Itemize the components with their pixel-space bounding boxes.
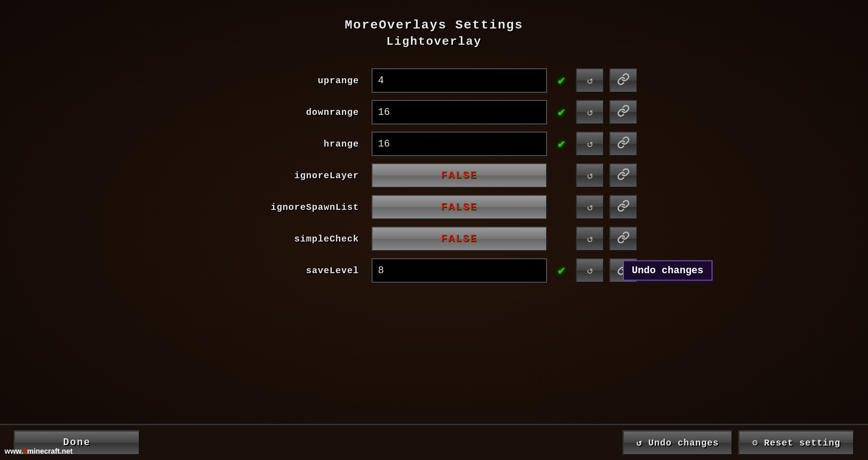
input-uprange[interactable] [372,68,547,93]
settings-table: uprange✔ downrange✔ hrange✔ ignoreLayerF… [231,66,637,285]
undo-icon-ignoreSpawnList [587,201,593,213]
link-btn-ignoreLayer[interactable] [609,163,637,188]
undo-icon-ignoreLayer [587,170,593,182]
setting-row-uprange: uprange✔ [231,66,637,95]
link-icon-downrange [617,104,630,120]
label-simpleCheck: simpleCheck [231,234,366,244]
link-icon-ignoreLayer [617,168,630,183]
title-block: MoreOverlays Settings Lightoverlay [345,18,524,48]
label-hrange: hrange [231,139,366,149]
label-ignoreLayer: ignoreLayer [231,171,366,181]
toggle-ignoreLayer[interactable]: FALSE [372,163,547,188]
undo-btn-simpleCheck[interactable] [576,227,604,251]
label-uprange: uprange [231,76,366,86]
undo-wrapper-ignoreSpawnList [576,195,604,219]
input-downrange[interactable] [372,100,547,124]
label-saveLevel: saveLevel [231,266,366,276]
undo-wrapper-saveLevel: Undo changes [576,258,604,283]
link-icon-simpleCheck [617,231,630,247]
link-btn-saveLevel[interactable] [609,258,637,283]
setting-row-ignoreSpawnList: ignoreSpawnListFALSE [231,193,637,221]
undo-btn-hrange[interactable] [576,132,604,156]
undo-icon-hrange [587,138,593,150]
watermark: www.9minecraft.net [5,447,73,455]
link-btn-hrange[interactable] [609,132,637,156]
input-saveLevel[interactable] [372,258,547,283]
link-icon-ignoreSpawnList [617,199,630,215]
undo-icon-simpleCheck [587,233,593,245]
undo-wrapper-hrange [576,132,604,156]
undo-btn-ignoreSpawnList[interactable] [576,195,604,219]
link-btn-downrange[interactable] [609,100,637,124]
undo-btn-uprange[interactable] [576,68,604,93]
undo-icon-uprange [587,75,593,87]
main-container: MoreOverlays Settings Lightoverlay upran… [0,0,868,460]
title-main: MoreOverlays Settings [345,18,524,32]
input-hrange[interactable] [372,132,547,156]
link-icon-saveLevel [617,263,630,278]
toggle-ignoreSpawnList[interactable]: FALSE [372,195,547,219]
check-hrange: ✔ [552,137,571,151]
check-downrange: ✔ [552,105,571,119]
undo-btn-ignoreLayer[interactable] [576,163,604,188]
undo-btn-saveLevel[interactable] [576,258,604,283]
link-btn-simpleCheck[interactable] [609,227,637,251]
setting-row-ignoreLayer: ignoreLayerFALSE [231,161,637,190]
undo-wrapper-simpleCheck [576,227,604,251]
link-icon-uprange [617,73,630,88]
link-btn-uprange[interactable] [609,68,637,93]
toggle-simpleCheck[interactable]: FALSE [372,227,547,251]
undo-wrapper-uprange [576,68,604,93]
undo-icon-downrange [587,106,593,119]
title-sub: Lightoverlay [345,35,524,48]
undo-btn-downrange[interactable] [576,100,604,124]
label-ignoreSpawnList: ignoreSpawnList [231,202,366,213]
setting-row-downrange: downrange✔ [231,98,637,126]
setting-row-simpleCheck: simpleCheckFALSE [231,225,637,253]
setting-row-saveLevel: saveLevel✔Undo changes [231,256,637,285]
undo-icon-saveLevel [587,265,593,277]
undo-wrapper-downrange [576,100,604,124]
link-btn-ignoreSpawnList[interactable] [609,195,637,219]
check-uprange: ✔ [552,73,571,88]
setting-row-hrange: hrange✔ [231,130,637,158]
undo-wrapper-ignoreLayer [576,163,604,188]
link-icon-hrange [617,136,630,152]
check-saveLevel: ✔ [552,263,571,278]
label-downrange: downrange [231,107,366,118]
